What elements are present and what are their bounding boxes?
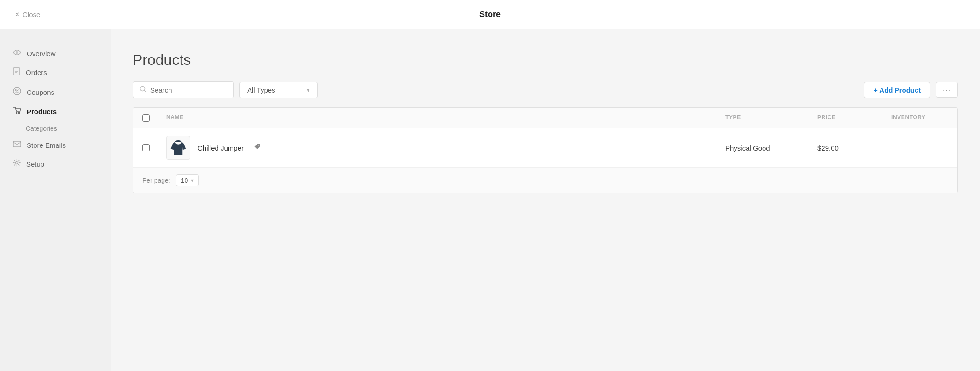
coupons-icon: [13, 87, 21, 98]
toolbar: All Types ▾ + Add Product ···: [133, 81, 958, 98]
add-product-button[interactable]: + Add Product: [864, 82, 930, 98]
content-area: Products All Types ▾ + Add Product: [111, 29, 980, 371]
overview-icon: [13, 49, 21, 58]
chevron-down-icon: ▾: [307, 87, 310, 93]
row-checkbox-cell[interactable]: [133, 137, 159, 159]
sidebar-item-categories[interactable]: Categories: [0, 121, 111, 136]
row-type-cell: Physical Good: [718, 137, 810, 159]
svg-line-6: [16, 90, 19, 93]
svg-rect-11: [13, 141, 21, 147]
sidebar-item-orders[interactable]: Orders: [0, 63, 111, 82]
store-emails-icon: [13, 140, 21, 150]
svg-line-14: [145, 91, 146, 93]
select-all-checkbox[interactable]: [142, 114, 150, 122]
svg-point-10: [18, 112, 20, 114]
table-row: Chilled Jumper Physical Good $29.00 —: [133, 128, 957, 168]
search-box[interactable]: [133, 81, 234, 98]
type-select[interactable]: All Types ▾: [239, 82, 318, 98]
row-price-cell: $29.00: [810, 137, 884, 159]
sidebar-item-setup[interactable]: Setup: [0, 154, 111, 174]
sidebar: Overview Orders: [0, 29, 111, 371]
type-select-label: All Types: [247, 86, 275, 94]
close-x-icon: ✕: [15, 11, 20, 18]
search-icon: [140, 86, 146, 94]
sidebar-setup-label: Setup: [26, 160, 44, 168]
product-name: Chilled Jumper: [198, 144, 244, 152]
product-thumbnail: [166, 136, 190, 160]
page-title: Products: [133, 52, 958, 69]
svg-point-9: [16, 112, 18, 114]
row-inventory-cell: —: [884, 137, 957, 159]
close-button[interactable]: ✕ Close: [15, 11, 40, 18]
header-price: PRICE: [810, 108, 884, 128]
svg-point-7: [15, 89, 16, 90]
orders-icon: [13, 67, 20, 78]
svg-point-8: [18, 92, 19, 93]
header-checkbox-cell[interactable]: [133, 108, 159, 128]
sidebar-item-overview[interactable]: Overview: [0, 44, 111, 63]
sidebar-store-emails-label: Store Emails: [27, 141, 66, 149]
ellipsis-icon: ···: [943, 86, 951, 93]
search-input[interactable]: [150, 86, 227, 94]
per-page-select[interactable]: 10 ▾: [176, 174, 199, 186]
top-bar: ✕ Close Store: [0, 0, 980, 29]
svg-point-0: [16, 52, 18, 54]
products-table: NAME TYPE PRICE INVENTORY: [133, 107, 958, 193]
row-checkbox[interactable]: [142, 144, 150, 151]
per-page-value: 10: [181, 177, 188, 184]
sidebar-orders-label: Orders: [26, 69, 47, 76]
store-title: Store: [479, 10, 501, 19]
per-page-chevron-icon: ▾: [191, 177, 194, 184]
header-inventory: INVENTORY: [884, 108, 957, 128]
sidebar-item-products[interactable]: Products: [0, 102, 111, 121]
sidebar-item-coupons[interactable]: Coupons: [0, 82, 111, 102]
tag-icon: [254, 144, 260, 152]
pagination-row: Per page: 10 ▾: [133, 168, 957, 193]
header-type: TYPE: [718, 108, 810, 128]
sidebar-categories-label: Categories: [26, 125, 57, 132]
product-name-container: Chilled Jumper: [166, 136, 711, 160]
per-page-label: Per page:: [142, 177, 170, 184]
close-label: Close: [23, 11, 40, 18]
row-name-cell: Chilled Jumper: [159, 128, 718, 167]
sidebar-item-store-emails[interactable]: Store Emails: [0, 136, 111, 154]
sidebar-overview-label: Overview: [27, 50, 56, 58]
sidebar-coupons-label: Coupons: [27, 88, 54, 96]
table-header: NAME TYPE PRICE INVENTORY: [133, 108, 957, 128]
main-layout: Overview Orders: [0, 29, 980, 371]
setup-icon: [13, 159, 21, 169]
svg-point-15: [258, 145, 259, 146]
header-name: NAME: [159, 108, 718, 128]
more-options-button[interactable]: ···: [936, 82, 958, 98]
add-product-label: + Add Product: [874, 86, 921, 94]
products-icon: [13, 107, 21, 116]
svg-point-12: [16, 162, 18, 164]
sidebar-products-label: Products: [27, 108, 57, 116]
